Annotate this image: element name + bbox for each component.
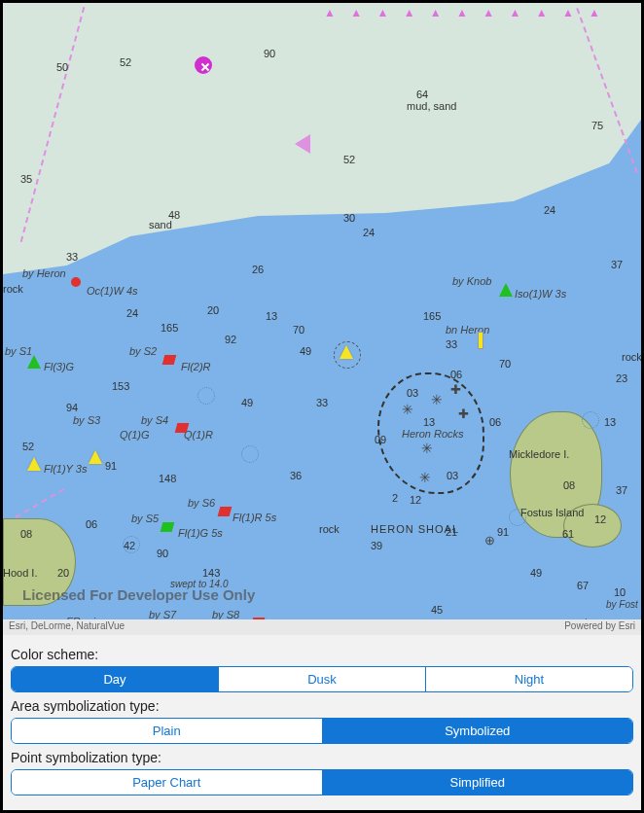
color-night-button[interactable]: Night [425,667,632,691]
area-type-segmented: Plain Symbolized [11,718,633,744]
nav-flag-red-icon [163,355,177,369]
depth-sounding: 49 [530,567,542,579]
restricted-area-border: ▲ ▲ ▲ ▲ ▲ ▲ ▲ ▲ ▲ ▲ ▲ [324,6,606,19]
depth-sounding: 33 [66,251,78,263]
depth-sounding: 20 [57,567,69,579]
attribution-right: Powered by Esri [564,620,635,634]
depth-sounding: 21 [446,526,457,538]
color-dusk-button[interactable]: Dusk [218,667,425,691]
depth-sounding: 12 [410,494,421,506]
depth-sounding: 49 [241,397,253,408]
depth-sounding: 49 [300,345,311,357]
depth-sounding: 06 [86,518,97,530]
depth-sounding: 90 [157,548,168,559]
buoy-label: by S2 [129,345,157,357]
nav-triangle-yellow-icon [89,450,102,464]
depth-sounding: 52 [22,441,34,452]
depth-sounding: 42 [124,540,135,551]
wind-marker-icon [295,134,310,154]
rock-symbol-icon: ✳ [419,470,431,485]
nav-flag-green-icon [161,522,175,536]
depth-sounding: 94 [66,402,78,413]
nav-triangle-yellow-icon [27,457,41,471]
rock-label: rock [319,523,340,535]
light-char: Fl(2)R [181,361,211,372]
buoy-label: by S5 [131,513,159,524]
license-watermark: Licensed For Developer Use Only [22,586,255,603]
sounding-doubtful-icon [509,509,526,526]
buoy-label: by Heron [22,267,66,279]
depth-sounding: 09 [375,434,386,445]
light-char: Fl(3)G [44,361,74,372]
danger-circle-icon [334,341,361,369]
obstruction-symbol-icon: ✚ [458,406,469,421]
display-settings-panel: Color scheme: Day Dusk Night Area symbol… [3,635,641,810]
color-scheme-segmented: Day Dusk Night [11,666,633,692]
depth-sounding: 143 [202,567,220,579]
nav-flag-red-icon [176,423,190,437]
buoy-label: by Knob [452,275,491,287]
depth-sounding: 26 [252,264,264,275]
rock-symbol-icon: ✳ [431,392,443,407]
point-paperchart-button[interactable]: Paper Chart [12,770,322,795]
light-char: Iso(1)W 3s [515,288,566,300]
depth-sounding: 48 [168,209,180,221]
depth-sounding: 13 [266,310,277,322]
light-char: Q(1)G [120,429,150,441]
depth-sounding: 61 [562,528,574,540]
app-frame: ▲ ▲ ▲ ▲ ▲ ▲ ▲ ▲ ▲ ▲ ▲ mud, sand sand by … [0,0,644,813]
depth-sounding: 90 [264,48,275,59]
rocks-boundary [377,372,484,494]
depth-sounding: 70 [293,324,304,336]
attribution-bar: Esri, DeLorme, NaturalVue Powered by Esr… [3,619,641,635]
depth-sounding: 08 [20,528,32,540]
depth-sounding: 06 [489,416,501,428]
point-type-label: Point symbolization type: [11,750,633,765]
depth-sounding: 75 [591,120,603,131]
sounding-doubtful-icon [582,411,599,429]
obstruction-marker-icon [195,56,212,74]
depth-sounding: 33 [446,338,457,350]
point-simplified-button[interactable]: Simplified [322,770,633,795]
depth-sounding: 37 [616,484,627,496]
island-label: Hood I. [3,567,37,579]
depth-sounding: 153 [112,380,129,392]
light-char: Fl(1)G 5s [178,527,223,539]
rock-symbol-icon: ✳ [402,402,413,417]
depth-sounding: 06 [450,369,462,380]
depth-sounding: 24 [544,204,555,216]
depth-sounding: 03 [407,387,418,399]
color-day-button[interactable]: Day [12,667,218,691]
area-plain-button[interactable]: Plain [12,719,322,743]
depth-sounding: 36 [290,470,302,481]
depth-sounding: 23 [616,372,627,384]
depth-sounding: 13 [423,416,435,428]
area-type-label: Area symbolization type: [11,698,633,714]
nav-triangle-green-icon [499,283,513,297]
depth-sounding: 33 [316,397,328,408]
depth-sounding: 03 [447,470,458,481]
depth-sounding: 10 [614,586,626,598]
depth-sounding: 91 [497,526,509,538]
buoy-label: by S6 [188,497,215,509]
attribution-left: Esri, DeLorme, NaturalVue [9,620,125,634]
light-char: Fl(1)R 5s [233,512,276,523]
rock-symbol-icon: ✳ [421,441,433,456]
depth-sounding: 148 [159,473,176,484]
depth-sounding: 35 [20,173,32,185]
obstruction-symbol-icon: ⊕ [484,533,495,548]
nav-pillar-yellow-icon [478,332,483,349]
depth-sounding: 52 [343,154,355,165]
nautical-chart-map[interactable]: ▲ ▲ ▲ ▲ ▲ ▲ ▲ ▲ ▲ ▲ ▲ mud, sand sand by … [3,3,641,635]
depth-sounding: 45 [431,604,443,616]
depth-sounding: 165 [161,322,178,334]
depth-sounding: 30 [343,212,355,224]
light-buoy-icon [71,277,85,291]
buoy-label: by S3 [73,414,100,426]
color-scheme-label: Color scheme: [11,647,633,662]
area-symbolized-button[interactable]: Symbolized [322,719,633,743]
rock-label: rock [622,351,642,363]
depth-sounding: 39 [371,540,382,551]
obstruction-symbol-icon: ✚ [450,382,461,397]
buoy-label: by Fost [606,599,638,610]
